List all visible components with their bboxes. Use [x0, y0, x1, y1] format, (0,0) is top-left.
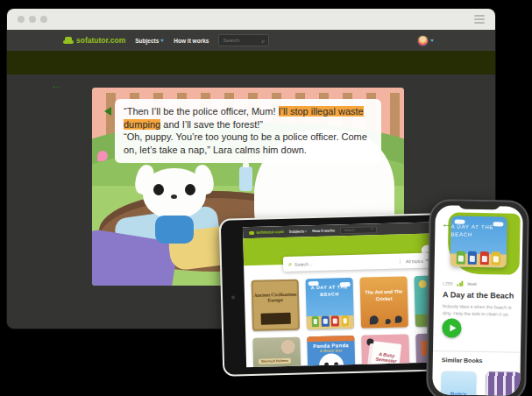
- nav-how-it-works[interactable]: How it works: [174, 38, 209, 44]
- phone-screen: ← A Day at the Beach L290 level A Day at…: [432, 205, 523, 396]
- level-code: L290: [443, 280, 452, 286]
- similar-books-row: Bob's: [441, 371, 521, 396]
- search-icon[interactable]: ⌕: [261, 38, 265, 44]
- divider: [433, 350, 521, 353]
- avatar[interactable]: [417, 35, 429, 46]
- story-text: “Oh, puppy. You’re too young to be a pol…: [124, 131, 367, 155]
- book-description: Nobody likes it when the beach is dirty.…: [443, 302, 514, 318]
- illustration-puppy: [143, 168, 206, 219]
- navbar-search[interactable]: ⌕: [218, 34, 269, 46]
- sofa-icon: [249, 230, 254, 234]
- window-controls[interactable]: [18, 16, 47, 23]
- library-search-input[interactable]: [294, 258, 397, 266]
- search-icon[interactable]: ⌕: [371, 228, 373, 232]
- illustration-flower: [97, 151, 108, 161]
- library-search-bar[interactable]: ⌕ All topics: [283, 253, 434, 272]
- book-cover[interactable]: A Day at the Beach: [306, 278, 354, 329]
- illustration-puppy-shirt: [155, 216, 194, 244]
- book-cover[interactable]: A Day at the Beach: [450, 216, 507, 267]
- sofatutor-logo[interactable]: sofatutor.com: [249, 230, 284, 235]
- sofatutor-logo[interactable]: sofatutor.com: [63, 36, 125, 45]
- chevron-down-icon: [430, 39, 434, 42]
- play-button[interactable]: [442, 318, 461, 337]
- audio-play-icon[interactable]: [104, 107, 111, 116]
- sofa-icon: [63, 37, 74, 44]
- window-control-dot[interactable]: [18, 16, 25, 23]
- similar-books-heading: Similar Books: [442, 357, 483, 364]
- similar-book-cover[interactable]: [486, 371, 521, 396]
- recycling-bins: [450, 251, 507, 265]
- chevron-down-icon: [305, 230, 307, 232]
- logo-text: sofatutor.com: [76, 36, 125, 45]
- navbar-search[interactable]: ⌕: [340, 226, 377, 234]
- search-input[interactable]: [223, 38, 261, 43]
- window-control-dot[interactable]: [29, 16, 36, 23]
- browser-menu-icon[interactable]: [474, 15, 485, 24]
- window-control-dot[interactable]: [40, 16, 47, 23]
- phone-mockup: ← A Day at the Beach L290 level A Day at…: [426, 199, 529, 396]
- phone-notch: [458, 202, 500, 210]
- search-icon: ⌕: [288, 260, 292, 267]
- topics-dropdown[interactable]: All topics: [400, 258, 429, 264]
- similar-book-cover[interactable]: Bob's: [441, 371, 477, 396]
- book-cover[interactable]: The Ant and The Cricket: [359, 276, 408, 328]
- book-cover[interactable]: Sherlock Holmes A Scandal in Bohemia: [252, 337, 301, 368]
- book-cover[interactable]: Ancient Civilisations Europe: [252, 279, 300, 331]
- tablet-camera: [231, 295, 235, 299]
- search-input[interactable]: [344, 227, 372, 232]
- nav-subjects[interactable]: Subjects: [289, 229, 308, 234]
- level-row: L290 level: [443, 280, 477, 286]
- recycling-bins: [307, 315, 354, 327]
- book-title: A Day at the Beach: [443, 290, 514, 300]
- story-text-box: “Then I’ll be the police officer, Mum! I…: [115, 99, 381, 163]
- nav-how-it-works[interactable]: How it works: [312, 228, 335, 233]
- level-label: level: [467, 281, 476, 286]
- back-arrow-icon[interactable]: ←: [441, 218, 451, 229]
- page-header-band: [7, 51, 495, 74]
- account-menu[interactable]: [417, 35, 434, 46]
- story-text: and I’ll save the forest!”: [160, 119, 263, 130]
- book-cover[interactable]: A Busy Semester: [361, 334, 409, 367]
- nav-subjects[interactable]: Subjects: [135, 38, 164, 44]
- site-navbar: sofatutor.com Subjects How it works ⌕: [7, 30, 495, 51]
- back-arrow-icon[interactable]: ←: [50, 78, 63, 91]
- story-text: “Then I’ll be the police officer, Mum!: [124, 106, 279, 117]
- illustration-bottle: [239, 166, 252, 191]
- chevron-down-icon: [160, 39, 164, 42]
- browser-chrome: [7, 9, 495, 30]
- level-icon: [457, 281, 463, 286]
